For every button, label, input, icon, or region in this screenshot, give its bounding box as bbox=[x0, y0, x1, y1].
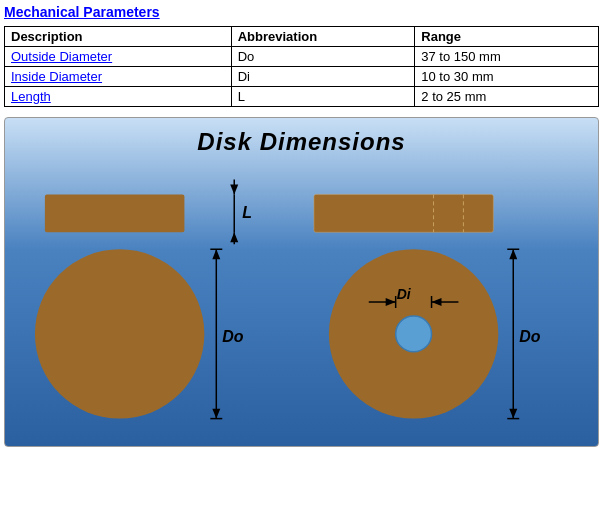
diagram-container: Disk Dimensions L bbox=[4, 117, 599, 447]
svg-marker-28 bbox=[509, 249, 517, 259]
parameters-table: Description Abbreviation Range Outside D… bbox=[4, 26, 599, 107]
desc-length: Length bbox=[5, 87, 232, 107]
svg-point-1 bbox=[35, 249, 204, 418]
svg-marker-29 bbox=[509, 409, 517, 419]
svg-text:Di: Di bbox=[397, 286, 412, 302]
desc-outside: Outside Diameter bbox=[5, 47, 232, 67]
svg-marker-11 bbox=[230, 232, 238, 242]
diagram-title: Disk Dimensions bbox=[15, 128, 588, 156]
svg-rect-0 bbox=[45, 194, 185, 232]
abbr-length: L bbox=[231, 87, 415, 107]
col-range: Range bbox=[415, 27, 599, 47]
col-abbreviation: Abbreviation bbox=[231, 27, 415, 47]
svg-rect-2 bbox=[314, 194, 493, 232]
table-row: Inside Diameter Di 10 to 30 mm bbox=[5, 67, 599, 87]
desc-inside: Inside Diameter bbox=[5, 67, 232, 87]
abbr-outside: Do bbox=[231, 47, 415, 67]
svg-marker-9 bbox=[230, 184, 238, 194]
table-row: Outside Diameter Do 37 to 150 mm bbox=[5, 47, 599, 67]
table-row: Length L 2 to 25 mm bbox=[5, 87, 599, 107]
range-outside: 37 to 150 mm bbox=[415, 47, 599, 67]
svg-marker-22 bbox=[212, 249, 220, 259]
range-inside: 10 to 30 mm bbox=[415, 67, 599, 87]
page-title: Mechanical Parameters bbox=[4, 4, 599, 20]
svg-text:Do: Do bbox=[222, 328, 244, 345]
svg-text:L: L bbox=[242, 204, 252, 221]
col-description: Description bbox=[5, 27, 232, 47]
diagram-svg: L Di Do Do bbox=[15, 164, 588, 444]
svg-text:Do: Do bbox=[519, 328, 541, 345]
svg-marker-23 bbox=[212, 409, 220, 419]
abbr-inside: Di bbox=[231, 67, 415, 87]
range-length: 2 to 25 mm bbox=[415, 87, 599, 107]
